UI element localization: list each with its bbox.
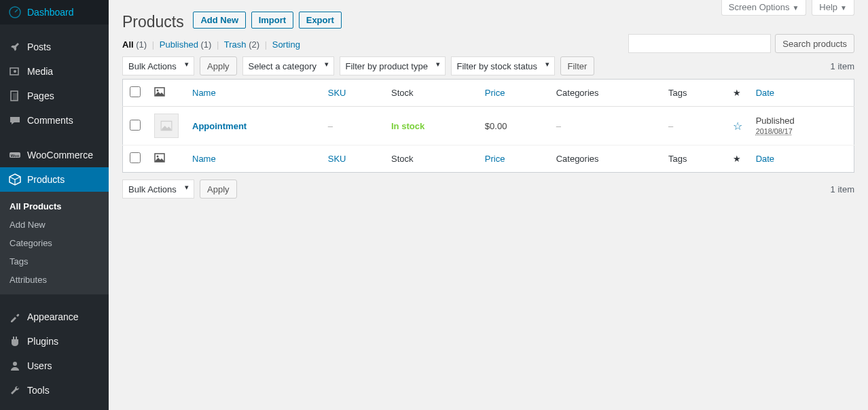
tablenav-bottom: Bulk Actions Apply 1 item: [122, 180, 854, 199]
svg-text:Woo: Woo: [11, 154, 20, 158]
admin-sidebar: Dashboard Posts Media Pages Comments Woo…: [0, 0, 109, 410]
products-table: Name SKU Stock Price Categories Tags ★ D…: [122, 79, 854, 173]
sidebar-label: Products: [27, 174, 65, 185]
svg-point-7: [13, 362, 17, 366]
product-thumbnail[interactable]: [154, 114, 179, 138]
submenu-attributes[interactable]: Attributes: [0, 271, 109, 289]
cell-stock: In stock: [391, 121, 424, 131]
filter-button[interactable]: Filter: [560, 56, 595, 75]
chevron-down-icon: ▼: [792, 4, 799, 12]
col-categories: Categories: [549, 80, 662, 107]
row-checkbox[interactable]: [130, 120, 141, 131]
cell-categories: –: [556, 121, 561, 131]
col-sku[interactable]: SKU: [321, 80, 384, 107]
select-all-checkbox-footer[interactable]: [130, 152, 141, 163]
col-categories: Categories: [549, 146, 662, 173]
sidebar-item-woocommerce[interactable]: Woo WooCommerce: [0, 143, 109, 167]
col-sku[interactable]: SKU: [321, 146, 384, 173]
svg-point-18: [157, 156, 159, 158]
sidebar-item-settings[interactable]: Settings: [0, 403, 109, 410]
svg-point-15: [157, 90, 159, 92]
col-date[interactable]: Date: [749, 80, 854, 107]
sidebar-item-pages[interactable]: Pages: [0, 84, 109, 108]
main-content: Screen Options▼ Help▼ Products Add New I…: [109, 0, 868, 410]
view-all[interactable]: All: [122, 39, 134, 50]
appearance-icon: [8, 310, 22, 324]
dashboard-icon: [8, 5, 22, 19]
cell-tags: –: [668, 121, 673, 131]
search-button[interactable]: Search products: [775, 34, 854, 53]
search-input[interactable]: [628, 34, 771, 53]
image-icon: [154, 155, 165, 165]
stock-status-select[interactable]: Filter by stock status: [451, 56, 555, 75]
apply-button[interactable]: Apply: [200, 56, 237, 75]
sidebar-label: Dashboard: [27, 7, 74, 18]
bulk-actions-select-bottom[interactable]: Bulk Actions: [122, 180, 194, 199]
view-published[interactable]: Published: [160, 39, 198, 50]
sidebar-item-media[interactable]: Media: [0, 59, 109, 84]
sidebar-label: Plugins: [27, 336, 58, 347]
screen-options-button[interactable]: Screen Options▼: [721, 0, 807, 16]
sidebar-label: Pages: [27, 90, 54, 101]
submenu-categories[interactable]: Categories: [0, 234, 109, 252]
sidebar-label: Users: [27, 360, 52, 371]
chevron-down-icon: ▼: [840, 4, 847, 12]
svg-point-2: [14, 70, 16, 73]
add-new-button[interactable]: Add New: [193, 12, 246, 29]
sidebar-item-comments[interactable]: Comments: [0, 108, 109, 133]
sidebar-item-products[interactable]: Products: [0, 167, 109, 192]
tools-icon: [8, 383, 22, 397]
col-stock: Stock: [384, 80, 478, 107]
submenu-add-new[interactable]: Add New: [0, 216, 109, 234]
sidebar-item-appearance[interactable]: Appearance: [0, 305, 109, 329]
cell-price: $0.00: [485, 121, 507, 131]
sidebar-item-dashboard[interactable]: Dashboard: [0, 0, 109, 24]
col-date[interactable]: Date: [749, 146, 854, 173]
product-name-link[interactable]: Appointment: [192, 121, 247, 131]
pin-icon: [8, 40, 22, 54]
submenu-tags[interactable]: Tags: [0, 252, 109, 271]
help-button[interactable]: Help▼: [812, 0, 854, 16]
col-price[interactable]: Price: [478, 80, 549, 107]
products-icon: [8, 173, 22, 186]
col-price[interactable]: Price: [478, 146, 549, 173]
comments-icon: [8, 114, 22, 127]
view-sorting[interactable]: Sorting: [272, 39, 300, 50]
sidebar-item-plugins[interactable]: Plugins: [0, 329, 109, 354]
bulk-actions-select[interactable]: Bulk Actions: [122, 56, 194, 75]
submenu-all-products[interactable]: All Products: [0, 197, 109, 216]
plugins-icon: [8, 335, 22, 348]
woo-icon: Woo: [8, 148, 22, 162]
item-count-bottom: 1 item: [831, 184, 854, 194]
product-type-select[interactable]: Filter by product type: [340, 56, 446, 75]
sidebar-label: Comments: [27, 115, 73, 126]
col-name[interactable]: Name: [185, 80, 321, 107]
pages-icon: [8, 89, 22, 103]
sidebar-label: WooCommerce: [27, 150, 93, 160]
sidebar-item-posts[interactable]: Posts: [0, 35, 109, 59]
item-count: 1 item: [831, 61, 854, 71]
svg-rect-4: [13, 93, 18, 101]
export-button[interactable]: Export: [299, 12, 342, 29]
col-tags: Tags: [662, 146, 726, 173]
sidebar-label: Appearance: [27, 311, 79, 322]
cell-sku: –: [328, 121, 333, 131]
import-button[interactable]: Import: [251, 12, 293, 29]
sidebar-item-users[interactable]: Users: [0, 354, 109, 378]
select-all-checkbox[interactable]: [130, 86, 141, 97]
view-trash[interactable]: Trash: [224, 39, 247, 50]
products-submenu: All Products Add New Categories Tags Att…: [0, 192, 109, 294]
star-icon: ★: [733, 154, 741, 164]
star-icon: ★: [733, 88, 741, 98]
col-name[interactable]: Name: [185, 146, 321, 173]
table-row: Appointment – In stock $0.00 – – ☆ Publi…: [123, 107, 854, 146]
cell-date: Published2018/08/17: [749, 107, 854, 146]
sidebar-label: Tools: [27, 385, 50, 396]
sidebar-label: Posts: [27, 41, 51, 52]
col-tags: Tags: [662, 80, 726, 107]
category-select[interactable]: Select a category: [242, 56, 334, 75]
apply-button-bottom[interactable]: Apply: [200, 180, 237, 199]
sidebar-item-tools[interactable]: Tools: [0, 378, 109, 403]
featured-star-toggle[interactable]: ☆: [733, 120, 742, 132]
image-icon: [154, 89, 165, 99]
